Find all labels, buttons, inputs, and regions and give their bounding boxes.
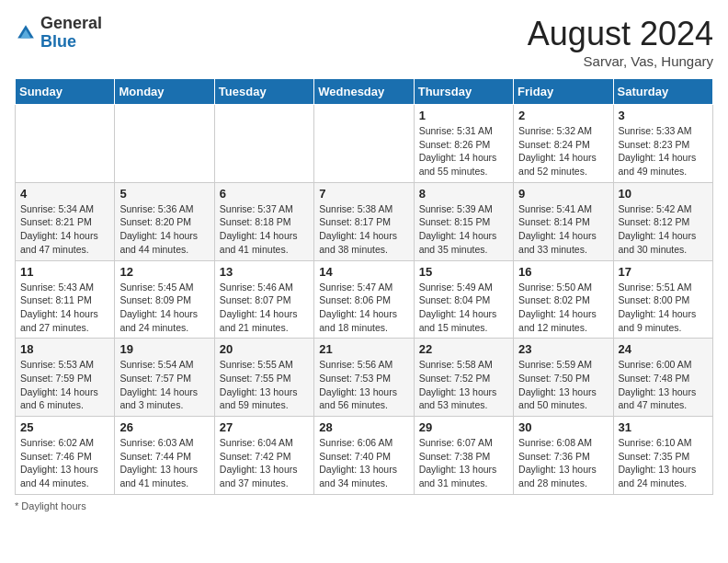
calendar-cell: 30Sunrise: 6:08 AM Sunset: 7:36 PM Dayli… [514,417,613,495]
day-info: Sunrise: 6:10 AM Sunset: 7:35 PM Dayligh… [619,436,708,490]
day-number: 1 [419,109,508,122]
day-info: Sunrise: 5:42 AM Sunset: 8:12 PM Dayligh… [619,202,708,257]
day-info: Sunrise: 5:46 AM Sunset: 8:07 PM Dayligh… [220,281,309,335]
day-number: 7 [319,187,408,201]
day-info: Sunrise: 5:55 AM Sunset: 7:55 PM Dayligh… [220,358,309,412]
day-info: Sunrise: 5:36 AM Sunset: 8:20 PM Dayligh… [119,202,209,257]
month-year-title: August 2024 [528,15,713,53]
day-info: Sunrise: 5:58 AM Sunset: 7:52 PM Dayligh… [419,358,508,412]
day-info: Sunrise: 5:56 AM Sunset: 7:53 PM Dayligh… [319,358,408,412]
calendar-cell: 11Sunrise: 5:43 AM Sunset: 8:11 PM Dayli… [16,260,115,339]
day-number: 18 [20,342,109,356]
day-number: 26 [119,420,209,434]
calendar-cell: 21Sunrise: 5:56 AM Sunset: 7:53 PM Dayli… [314,339,414,417]
day-info: Sunrise: 6:08 AM Sunset: 7:36 PM Dayligh… [518,436,608,490]
day-info: Sunrise: 5:32 AM Sunset: 8:24 PM Dayligh… [518,124,608,178]
calendar-cell: 22Sunrise: 5:58 AM Sunset: 7:52 PM Dayli… [414,339,513,417]
day-info: Sunrise: 5:38 AM Sunset: 8:17 PM Dayligh… [319,202,408,257]
day-info: Sunrise: 5:37 AM Sunset: 8:18 PM Dayligh… [220,202,309,257]
page-header: General Blue August 2024 Sarvar, Vas, Hu… [15,15,713,69]
day-info: Sunrise: 5:31 AM Sunset: 8:26 PM Dayligh… [419,124,508,178]
calendar-cell: 5Sunrise: 5:36 AM Sunset: 8:20 PM Daylig… [115,182,214,260]
calendar-week-row: 1Sunrise: 5:31 AM Sunset: 8:26 PM Daylig… [16,105,713,183]
day-number: 6 [220,187,309,201]
calendar-cell: 27Sunrise: 6:04 AM Sunset: 7:42 PM Dayli… [214,417,313,495]
calendar-cell: 25Sunrise: 6:02 AM Sunset: 7:46 PM Dayli… [16,417,115,495]
day-number: 8 [419,187,508,201]
location-subtitle: Sarvar, Vas, Hungary [528,53,713,69]
calendar-cell: 15Sunrise: 5:49 AM Sunset: 8:04 PM Dayli… [414,260,513,339]
day-info: Sunrise: 5:59 AM Sunset: 7:50 PM Dayligh… [518,358,608,412]
calendar-cell: 3Sunrise: 5:33 AM Sunset: 8:23 PM Daylig… [613,105,712,183]
calendar-week-row: 11Sunrise: 5:43 AM Sunset: 8:11 PM Dayli… [16,260,713,339]
calendar-cell: 4Sunrise: 5:34 AM Sunset: 8:21 PM Daylig… [16,182,115,260]
logo-icon [15,22,37,44]
logo: General Blue [15,15,102,52]
calendar-header-saturday: Saturday [613,79,712,105]
day-number: 29 [419,420,508,434]
daylight-hours-label: Daylight hours [21,500,85,511]
day-info: Sunrise: 5:47 AM Sunset: 8:06 PM Dayligh… [319,281,408,335]
calendar-week-row: 4Sunrise: 5:34 AM Sunset: 8:21 PM Daylig… [16,182,713,260]
calendar-header-wednesday: Wednesday [314,79,414,105]
calendar-cell: 29Sunrise: 6:07 AM Sunset: 7:38 PM Dayli… [414,417,513,495]
day-info: Sunrise: 6:00 AM Sunset: 7:48 PM Dayligh… [619,358,708,412]
calendar-week-row: 18Sunrise: 5:53 AM Sunset: 7:59 PM Dayli… [16,339,713,417]
calendar-cell: 23Sunrise: 5:59 AM Sunset: 7:50 PM Dayli… [514,339,613,417]
footer-note: * Daylight hours [15,500,713,511]
day-number: 22 [419,342,508,356]
day-info: Sunrise: 6:03 AM Sunset: 7:44 PM Dayligh… [119,436,209,490]
day-info: Sunrise: 5:45 AM Sunset: 8:09 PM Dayligh… [119,281,209,335]
calendar-cell: 16Sunrise: 5:50 AM Sunset: 8:02 PM Dayli… [514,260,613,339]
calendar-header-tuesday: Tuesday [214,79,313,105]
day-number: 20 [220,342,309,356]
calendar-week-row: 25Sunrise: 6:02 AM Sunset: 7:46 PM Dayli… [16,417,713,495]
calendar-cell [314,105,414,183]
calendar-cell: 31Sunrise: 6:10 AM Sunset: 7:35 PM Dayli… [613,417,712,495]
day-number: 11 [20,265,109,279]
calendar-cell: 24Sunrise: 6:00 AM Sunset: 7:48 PM Dayli… [613,339,712,417]
calendar-cell [214,105,313,183]
logo-text: General Blue [40,15,102,52]
calendar-cell: 13Sunrise: 5:46 AM Sunset: 8:07 PM Dayli… [214,260,313,339]
day-info: Sunrise: 5:53 AM Sunset: 7:59 PM Dayligh… [20,358,109,412]
day-number: 21 [319,342,408,356]
logo-general-text: General [40,15,102,33]
day-info: Sunrise: 5:39 AM Sunset: 8:15 PM Dayligh… [419,202,508,257]
logo-blue-text: Blue [40,33,102,52]
calendar-cell [16,105,115,183]
day-number: 31 [619,420,708,434]
calendar-cell: 1Sunrise: 5:31 AM Sunset: 8:26 PM Daylig… [414,105,513,183]
day-number: 12 [119,265,209,279]
calendar-header-thursday: Thursday [414,79,513,105]
day-number: 5 [119,187,209,201]
day-number: 3 [619,109,708,122]
calendar-cell: 8Sunrise: 5:39 AM Sunset: 8:15 PM Daylig… [414,182,513,260]
calendar-cell: 9Sunrise: 5:41 AM Sunset: 8:14 PM Daylig… [514,182,613,260]
calendar-cell: 7Sunrise: 5:38 AM Sunset: 8:17 PM Daylig… [314,182,414,260]
calendar-cell: 12Sunrise: 5:45 AM Sunset: 8:09 PM Dayli… [115,260,214,339]
calendar-cell: 2Sunrise: 5:32 AM Sunset: 8:24 PM Daylig… [514,105,613,183]
day-number: 17 [619,265,708,279]
day-number: 19 [119,342,209,356]
calendar-cell: 28Sunrise: 6:06 AM Sunset: 7:40 PM Dayli… [314,417,414,495]
calendar-cell: 20Sunrise: 5:55 AM Sunset: 7:55 PM Dayli… [214,339,313,417]
day-info: Sunrise: 6:04 AM Sunset: 7:42 PM Dayligh… [220,436,309,490]
day-number: 23 [518,342,608,356]
day-info: Sunrise: 5:54 AM Sunset: 7:57 PM Dayligh… [119,358,209,412]
day-info: Sunrise: 5:50 AM Sunset: 8:02 PM Dayligh… [518,281,608,335]
day-number: 30 [518,420,608,434]
day-number: 10 [619,187,708,201]
day-info: Sunrise: 6:02 AM Sunset: 7:46 PM Dayligh… [20,436,109,490]
calendar-header-row: SundayMondayTuesdayWednesdayThursdayFrid… [16,79,713,105]
day-number: 28 [319,420,408,434]
calendar-header-sunday: Sunday [16,79,115,105]
day-info: Sunrise: 6:06 AM Sunset: 7:40 PM Dayligh… [319,436,408,490]
day-number: 9 [518,187,608,201]
calendar-cell: 19Sunrise: 5:54 AM Sunset: 7:57 PM Dayli… [115,339,214,417]
calendar-header-monday: Monday [115,79,214,105]
calendar-cell: 10Sunrise: 5:42 AM Sunset: 8:12 PM Dayli… [613,182,712,260]
day-info: Sunrise: 5:51 AM Sunset: 8:00 PM Dayligh… [619,281,708,335]
day-number: 25 [20,420,109,434]
calendar-cell: 17Sunrise: 5:51 AM Sunset: 8:00 PM Dayli… [613,260,712,339]
